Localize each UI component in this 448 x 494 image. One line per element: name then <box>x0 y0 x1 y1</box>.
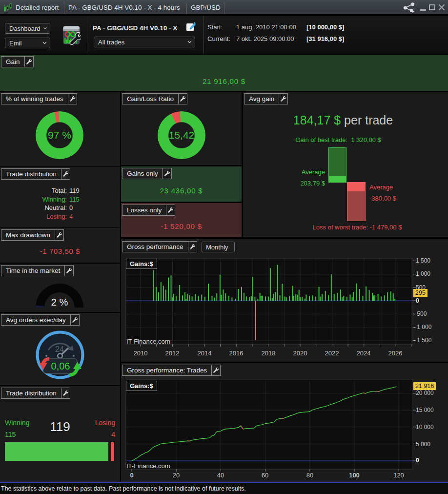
svg-text:24: 24 <box>55 345 64 353</box>
svg-text:0,06: 0,06 <box>51 361 70 371</box>
